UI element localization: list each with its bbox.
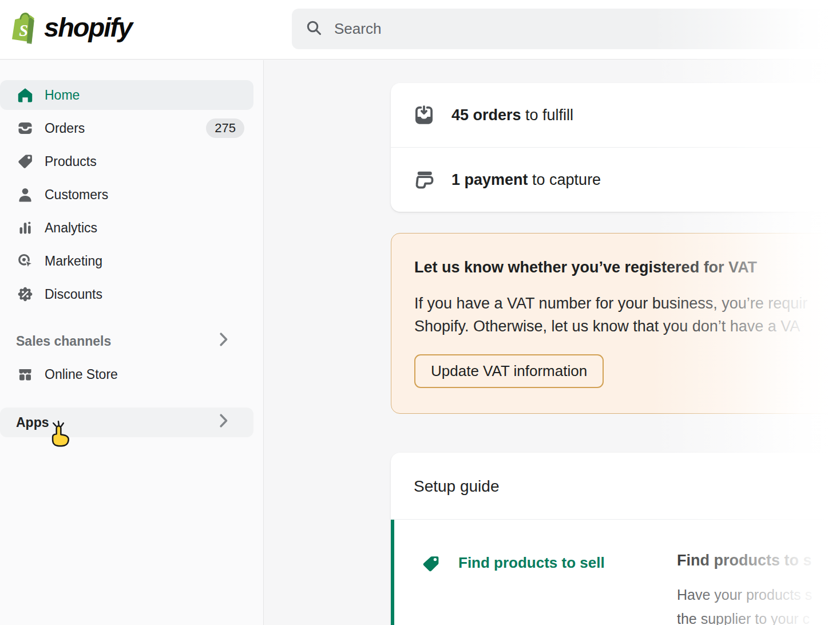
vat-banner-title: Let us know whether you’ve registered fo… [414,259,840,276]
sidebar-item-label: Orders [45,121,85,136]
sidebar-item-label: Discounts [45,287,102,302]
main-content: 45 orders to fulfill 1 payment to captur… [264,60,840,625]
sidebar-item-orders[interactable]: Orders 275 [0,113,253,143]
search-icon [305,19,323,39]
customers-icon [16,185,34,204]
vat-banner: Let us know whether you’ve registered fo… [391,233,840,414]
sidebar-item-customers[interactable]: Customers [0,180,253,209]
orders-to-fulfill-row[interactable]: 45 orders to fulfill [391,83,840,147]
sidebar-item-discounts[interactable]: Discounts [0,279,253,309]
sidebar-section-sales-channels[interactable]: Sales channels [0,326,253,356]
sidebar-item-label: Home [45,88,80,103]
sidebar-item-label: Customers [45,187,108,203]
tag-icon [421,553,441,574]
task-text: 1 payment to capture [451,171,601,189]
fulfill-orders-icon [413,104,435,126]
click-cursor-icon [43,419,73,454]
sidebar-item-products[interactable]: Products [0,147,253,176]
sidebar-item-label: Products [45,154,97,169]
discounts-icon [16,285,34,303]
analytics-icon [16,219,34,237]
shopify-logo[interactable]: S shopify [9,11,132,45]
update-vat-button[interactable]: Update VAT information [414,354,604,388]
sales-channels-label: Sales channels [16,334,111,349]
orders-count-badge: 275 [206,118,244,138]
products-icon [16,152,34,171]
capture-payment-icon [413,168,435,191]
chevron-right-icon [218,332,229,350]
find-products-link[interactable]: Find products to sell [458,552,607,574]
orders-icon [16,119,34,137]
sidebar-item-online-store[interactable]: Online Store [0,359,253,389]
setup-guide-title: Setup guide [414,477,840,496]
sidebar: Home Orders 275 Products Customers [0,60,264,625]
vat-banner-body-line1: If you have a VAT number for your busine… [414,292,840,315]
home-icon [16,86,34,104]
step-detail-title: Find products to s [677,552,840,569]
svg-text:S: S [19,22,28,39]
payment-to-capture-row[interactable]: 1 payment to capture [391,148,840,212]
tasks-card: 45 orders to fulfill 1 payment to captur… [391,83,840,212]
sidebar-item-label: Marketing [45,254,102,269]
marketing-icon [16,252,34,270]
step-detail-body: Have your products sthe supplier to your… [677,583,840,625]
task-text: 45 orders to fulfill [451,106,573,124]
sidebar-item-analytics[interactable]: Analytics [0,213,253,243]
sidebar-item-apps[interactable]: Apps [0,408,253,437]
sidebar-item-home[interactable]: Home [0,80,253,110]
vat-banner-body-line2: Shopify. Otherwise, let us know that you… [414,315,840,338]
sidebar-item-label: Analytics [45,220,97,236]
setup-guide-card: Setup guide Find products to sell Find p… [391,453,840,625]
search-input[interactable] [334,20,735,38]
sidebar-item-label: Online Store [45,367,118,382]
online-store-icon [16,365,34,383]
chevron-right-icon [218,413,229,432]
shopify-bag-icon: S [9,11,39,45]
sidebar-item-marketing[interactable]: Marketing [0,246,253,276]
setup-guide-step: Find products to sell Find products to s… [391,520,840,625]
search-bar[interactable] [292,9,840,49]
shopify-wordmark: shopify [44,11,132,45]
topbar: S shopify [0,0,840,60]
